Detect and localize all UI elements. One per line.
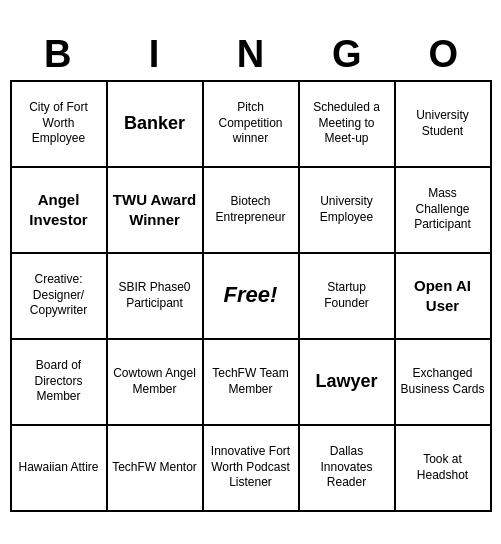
letter-g: G [303, 33, 391, 76]
letter-o: O [399, 33, 487, 76]
bingo-cell[interactable]: TWU Award Winner [108, 168, 204, 254]
bingo-cell[interactable]: University Student [396, 82, 492, 168]
bingo-cell[interactable]: Biotech Entrepreneur [204, 168, 300, 254]
bingo-cell[interactable]: Took at Headshot [396, 426, 492, 512]
bingo-cell[interactable]: Scheduled a Meeting to Meet-up [300, 82, 396, 168]
bingo-cell[interactable]: Pitch Competition winner [204, 82, 300, 168]
bingo-cell[interactable]: Innovative Fort Worth Podcast Listener [204, 426, 300, 512]
bingo-card: B I N G O City of Fort Worth EmployeeBan… [6, 29, 496, 516]
bingo-cell[interactable]: Board of Directors Member [12, 340, 108, 426]
bingo-cell[interactable]: Mass Challenge Participant [396, 168, 492, 254]
letter-n: N [206, 33, 294, 76]
bingo-cell[interactable]: City of Fort Worth Employee [12, 82, 108, 168]
bingo-grid: City of Fort Worth EmployeeBankerPitch C… [10, 80, 492, 512]
bingo-cell[interactable]: Hawaiian Attire [12, 426, 108, 512]
bingo-cell[interactable]: TechFW Team Member [204, 340, 300, 426]
bingo-cell[interactable]: Startup Founder [300, 254, 396, 340]
bingo-cell[interactable]: SBIR Phase0 Participant [108, 254, 204, 340]
bingo-cell[interactable]: Free! [204, 254, 300, 340]
letter-i: I [110, 33, 198, 76]
letter-b: B [14, 33, 102, 76]
bingo-cell[interactable]: Creative: Designer/ Copywriter [12, 254, 108, 340]
bingo-header: B I N G O [10, 33, 492, 76]
bingo-cell[interactable]: Banker [108, 82, 204, 168]
bingo-cell[interactable]: University Employee [300, 168, 396, 254]
bingo-cell[interactable]: Dallas Innovates Reader [300, 426, 396, 512]
bingo-cell[interactable]: Exchanged Business Cards [396, 340, 492, 426]
bingo-cell[interactable]: TechFW Mentor [108, 426, 204, 512]
bingo-cell[interactable]: Open AI User [396, 254, 492, 340]
bingo-cell[interactable]: Angel Investor [12, 168, 108, 254]
bingo-cell[interactable]: Cowtown Angel Member [108, 340, 204, 426]
bingo-cell[interactable]: Lawyer [300, 340, 396, 426]
